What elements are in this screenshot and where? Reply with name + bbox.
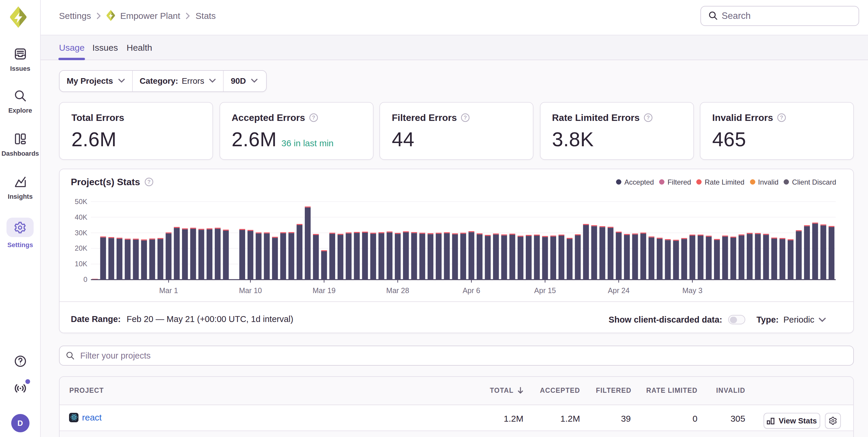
svg-text:Apr 15: Apr 15 [534, 286, 556, 294]
svg-text:0: 0 [84, 275, 87, 283]
svg-text:20K: 20K [75, 244, 87, 252]
svg-text:Apr 24: Apr 24 [608, 286, 630, 294]
svg-text:40K: 40K [75, 213, 87, 221]
svg-text:May 3: May 3 [682, 286, 703, 294]
svg-text:?: ? [647, 115, 650, 121]
svg-text:30K: 30K [75, 229, 87, 236]
svg-text:?: ? [464, 115, 467, 121]
svg-text:10K: 10K [75, 260, 87, 267]
svg-text:Mar 10: Mar 10 [239, 286, 262, 294]
svg-text:?: ? [312, 115, 315, 121]
svg-text:Mar 28: Mar 28 [386, 286, 409, 294]
svg-text:?: ? [148, 179, 151, 185]
svg-text:Mar 19: Mar 19 [312, 286, 336, 294]
svg-text:?: ? [780, 115, 783, 121]
svg-text:50K: 50K [75, 197, 87, 205]
svg-text:Apr 6: Apr 6 [463, 286, 480, 294]
svg-text:Mar 1: Mar 1 [159, 286, 178, 294]
